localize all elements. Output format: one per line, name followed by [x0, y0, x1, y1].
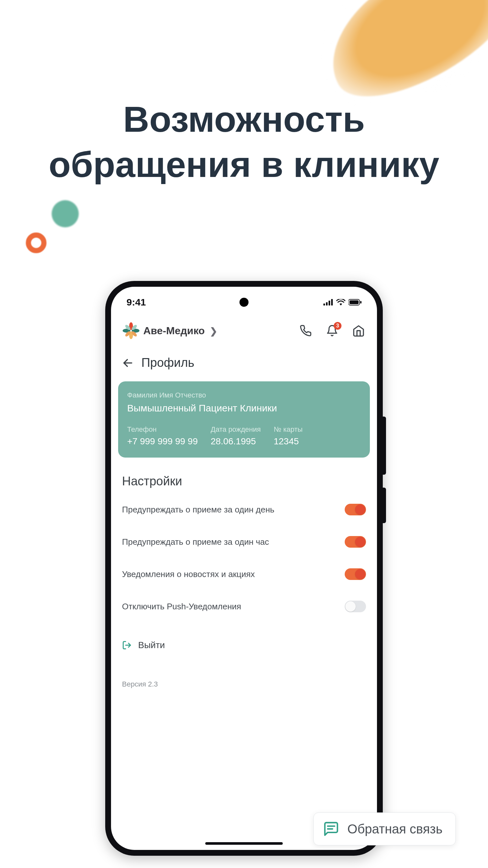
svg-rect-5 [350, 300, 359, 304]
setting-disable-push: Отключить Push-Уведомления [111, 590, 377, 623]
battery-icon [349, 299, 361, 306]
setting-remind-hour: Предупреждать о приеме за один час [111, 526, 377, 558]
toggle-news[interactable] [345, 568, 366, 580]
settings-title: Настройки [111, 458, 377, 493]
home-indicator [205, 842, 283, 845]
setting-label: Уведомления о новостях и акциях [122, 569, 255, 579]
logout-label: Выйти [138, 640, 165, 650]
setting-label: Предупреждать о приеме за один день [122, 505, 274, 515]
phone-icon [299, 324, 312, 337]
profile-cardnum: № карты 12345 [274, 425, 303, 446]
chevron-right-icon: ❯ [210, 325, 217, 337]
status-time: 9:41 [127, 297, 146, 308]
phone-mockup: 9:41 Аве-Медико [105, 281, 383, 856]
profile-dob: Дата рождения 28.06.1995 [211, 425, 261, 446]
wifi-icon [336, 299, 345, 306]
notification-badge: 3 [334, 322, 341, 330]
profile-phone: Телефон +7 999 999 99 99 [127, 425, 198, 446]
brand[interactable]: Аве-Медико ❯ [123, 322, 217, 339]
version-label: Версия 2.3 [111, 657, 377, 688]
profile-dob-label: Дата рождения [211, 425, 261, 434]
phone-side-button [383, 488, 386, 523]
svg-rect-2 [329, 301, 330, 306]
feedback-label: Обратная связь [347, 822, 443, 836]
hero-title: Возможность обращения в клинику [0, 97, 488, 187]
setting-news: Уведомления о новостях и акциях [111, 558, 377, 590]
arrow-left-icon [122, 357, 134, 369]
call-button[interactable] [299, 324, 313, 337]
phone-screen: 9:41 Аве-Медико [111, 287, 377, 850]
home-button[interactable] [352, 324, 365, 337]
toggle-remind-day[interactable] [345, 504, 366, 516]
toggle-remind-hour[interactable] [345, 536, 366, 548]
decorative-ring-orange [26, 232, 46, 253]
app-header: Аве-Медико ❯ 3 [111, 318, 377, 347]
profile-card: Фамилия Имя Отчество Вымышленный Пациент… [118, 381, 370, 458]
notifications-button[interactable]: 3 [325, 324, 339, 337]
profile-cardnum-value: 12345 [274, 436, 303, 446]
toggle-disable-push[interactable] [345, 600, 366, 612]
profile-name-label: Фамилия Имя Отчество [127, 391, 361, 399]
logout-icon [122, 640, 132, 650]
profile-cardnum-label: № карты [274, 425, 303, 434]
svg-rect-0 [323, 304, 325, 306]
setting-label: Отключить Push-Уведомления [122, 601, 241, 612]
status-icons [323, 299, 361, 306]
page-title-row: Профиль [111, 347, 377, 379]
phone-side-button [383, 416, 386, 475]
chat-icon [323, 820, 339, 837]
header-actions: 3 [299, 324, 365, 337]
profile-name-value: Вымышленный Пациент Клиники [127, 403, 361, 414]
cellular-icon [323, 299, 333, 306]
page-title: Профиль [141, 356, 194, 370]
phone-camera [239, 298, 249, 307]
profile-dob-value: 28.06.1995 [211, 436, 261, 446]
svg-rect-6 [360, 301, 361, 304]
setting-remind-day: Предупреждать о приеме за один день [111, 493, 377, 526]
profile-phone-label: Телефон [127, 425, 198, 434]
svg-rect-3 [331, 299, 333, 306]
svg-rect-1 [326, 302, 328, 306]
brand-logo-icon [123, 322, 139, 339]
setting-label: Предупреждать о приеме за один час [122, 537, 269, 547]
hero-line1: Возможность [0, 97, 488, 142]
profile-phone-value: +7 999 999 99 99 [127, 436, 198, 446]
hero-line2: обращения в клинику [0, 142, 488, 187]
brand-name: Аве-Медико [143, 325, 205, 337]
home-icon [352, 324, 365, 337]
decorative-dot-teal [52, 200, 79, 227]
logout-button[interactable]: Выйти [111, 623, 377, 657]
feedback-button[interactable]: Обратная связь [314, 812, 456, 845]
back-button[interactable] [122, 357, 134, 369]
